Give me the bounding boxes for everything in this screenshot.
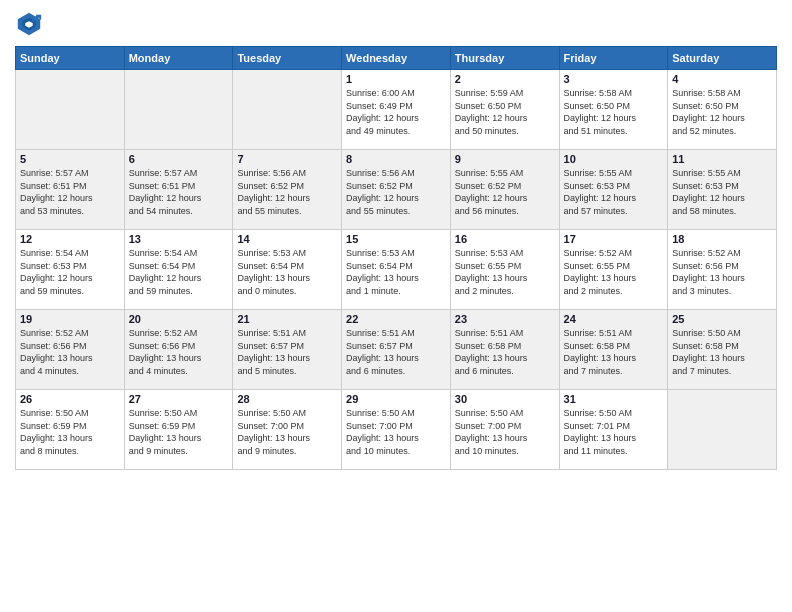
col-friday: Friday	[559, 47, 668, 70]
day-number: 13	[129, 233, 229, 245]
col-monday: Monday	[124, 47, 233, 70]
day-info: Sunrise: 5:57 AM Sunset: 6:51 PM Dayligh…	[129, 167, 229, 217]
day-info: Sunrise: 5:50 AM Sunset: 7:00 PM Dayligh…	[237, 407, 337, 457]
col-wednesday: Wednesday	[342, 47, 451, 70]
day-number: 17	[564, 233, 664, 245]
day-number: 2	[455, 73, 555, 85]
page: Sunday Monday Tuesday Wednesday Thursday…	[0, 0, 792, 612]
day-info: Sunrise: 5:51 AM Sunset: 6:57 PM Dayligh…	[237, 327, 337, 377]
day-info: Sunrise: 5:52 AM Sunset: 6:56 PM Dayligh…	[129, 327, 229, 377]
day-info: Sunrise: 5:53 AM Sunset: 6:54 PM Dayligh…	[237, 247, 337, 297]
day-info: Sunrise: 5:52 AM Sunset: 6:56 PM Dayligh…	[20, 327, 120, 377]
day-info: Sunrise: 5:57 AM Sunset: 6:51 PM Dayligh…	[20, 167, 120, 217]
calendar-row-2: 5Sunrise: 5:57 AM Sunset: 6:51 PM Daylig…	[16, 150, 777, 230]
day-info: Sunrise: 5:50 AM Sunset: 7:01 PM Dayligh…	[564, 407, 664, 457]
calendar-cell: 1Sunrise: 6:00 AM Sunset: 6:49 PM Daylig…	[342, 70, 451, 150]
logo-icon	[15, 10, 43, 38]
calendar-header: Sunday Monday Tuesday Wednesday Thursday…	[16, 47, 777, 70]
day-number: 28	[237, 393, 337, 405]
day-info: Sunrise: 5:56 AM Sunset: 6:52 PM Dayligh…	[237, 167, 337, 217]
day-info: Sunrise: 5:50 AM Sunset: 7:00 PM Dayligh…	[346, 407, 446, 457]
day-info: Sunrise: 5:51 AM Sunset: 6:57 PM Dayligh…	[346, 327, 446, 377]
calendar-cell: 22Sunrise: 5:51 AM Sunset: 6:57 PM Dayli…	[342, 310, 451, 390]
day-info: Sunrise: 5:51 AM Sunset: 6:58 PM Dayligh…	[455, 327, 555, 377]
calendar-cell	[124, 70, 233, 150]
calendar-row-4: 19Sunrise: 5:52 AM Sunset: 6:56 PM Dayli…	[16, 310, 777, 390]
day-info: Sunrise: 6:00 AM Sunset: 6:49 PM Dayligh…	[346, 87, 446, 137]
header-row: Sunday Monday Tuesday Wednesday Thursday…	[16, 47, 777, 70]
day-number: 19	[20, 313, 120, 325]
day-number: 27	[129, 393, 229, 405]
day-number: 20	[129, 313, 229, 325]
day-number: 6	[129, 153, 229, 165]
day-number: 1	[346, 73, 446, 85]
day-number: 25	[672, 313, 772, 325]
calendar-cell: 31Sunrise: 5:50 AM Sunset: 7:01 PM Dayli…	[559, 390, 668, 470]
calendar-cell: 11Sunrise: 5:55 AM Sunset: 6:53 PM Dayli…	[668, 150, 777, 230]
col-thursday: Thursday	[450, 47, 559, 70]
day-info: Sunrise: 5:52 AM Sunset: 6:56 PM Dayligh…	[672, 247, 772, 297]
day-number: 26	[20, 393, 120, 405]
calendar-cell: 10Sunrise: 5:55 AM Sunset: 6:53 PM Dayli…	[559, 150, 668, 230]
day-number: 29	[346, 393, 446, 405]
calendar-table: Sunday Monday Tuesday Wednesday Thursday…	[15, 46, 777, 470]
calendar-cell: 23Sunrise: 5:51 AM Sunset: 6:58 PM Dayli…	[450, 310, 559, 390]
day-number: 14	[237, 233, 337, 245]
calendar-cell: 7Sunrise: 5:56 AM Sunset: 6:52 PM Daylig…	[233, 150, 342, 230]
calendar-cell: 16Sunrise: 5:53 AM Sunset: 6:55 PM Dayli…	[450, 230, 559, 310]
day-number: 30	[455, 393, 555, 405]
calendar-cell: 13Sunrise: 5:54 AM Sunset: 6:54 PM Dayli…	[124, 230, 233, 310]
day-number: 22	[346, 313, 446, 325]
calendar-cell: 15Sunrise: 5:53 AM Sunset: 6:54 PM Dayli…	[342, 230, 451, 310]
day-number: 16	[455, 233, 555, 245]
day-number: 3	[564, 73, 664, 85]
day-number: 15	[346, 233, 446, 245]
day-number: 21	[237, 313, 337, 325]
calendar-cell: 5Sunrise: 5:57 AM Sunset: 6:51 PM Daylig…	[16, 150, 125, 230]
calendar-cell: 20Sunrise: 5:52 AM Sunset: 6:56 PM Dayli…	[124, 310, 233, 390]
calendar-cell: 29Sunrise: 5:50 AM Sunset: 7:00 PM Dayli…	[342, 390, 451, 470]
day-info: Sunrise: 5:56 AM Sunset: 6:52 PM Dayligh…	[346, 167, 446, 217]
calendar-cell: 19Sunrise: 5:52 AM Sunset: 6:56 PM Dayli…	[16, 310, 125, 390]
calendar-cell: 2Sunrise: 5:59 AM Sunset: 6:50 PM Daylig…	[450, 70, 559, 150]
day-number: 24	[564, 313, 664, 325]
calendar-cell	[668, 390, 777, 470]
calendar-cell: 4Sunrise: 5:58 AM Sunset: 6:50 PM Daylig…	[668, 70, 777, 150]
day-info: Sunrise: 5:50 AM Sunset: 6:59 PM Dayligh…	[129, 407, 229, 457]
calendar-row-1: 1Sunrise: 6:00 AM Sunset: 6:49 PM Daylig…	[16, 70, 777, 150]
day-number: 9	[455, 153, 555, 165]
header	[15, 10, 777, 38]
calendar-cell: 6Sunrise: 5:57 AM Sunset: 6:51 PM Daylig…	[124, 150, 233, 230]
day-info: Sunrise: 5:55 AM Sunset: 6:53 PM Dayligh…	[564, 167, 664, 217]
calendar-row-3: 12Sunrise: 5:54 AM Sunset: 6:53 PM Dayli…	[16, 230, 777, 310]
day-info: Sunrise: 5:50 AM Sunset: 6:58 PM Dayligh…	[672, 327, 772, 377]
calendar-cell: 30Sunrise: 5:50 AM Sunset: 7:00 PM Dayli…	[450, 390, 559, 470]
day-info: Sunrise: 5:50 AM Sunset: 7:00 PM Dayligh…	[455, 407, 555, 457]
day-info: Sunrise: 5:59 AM Sunset: 6:50 PM Dayligh…	[455, 87, 555, 137]
calendar-cell: 9Sunrise: 5:55 AM Sunset: 6:52 PM Daylig…	[450, 150, 559, 230]
calendar-cell: 17Sunrise: 5:52 AM Sunset: 6:55 PM Dayli…	[559, 230, 668, 310]
calendar-cell	[16, 70, 125, 150]
calendar-cell: 21Sunrise: 5:51 AM Sunset: 6:57 PM Dayli…	[233, 310, 342, 390]
day-number: 10	[564, 153, 664, 165]
day-info: Sunrise: 5:55 AM Sunset: 6:52 PM Dayligh…	[455, 167, 555, 217]
col-tuesday: Tuesday	[233, 47, 342, 70]
calendar-cell: 25Sunrise: 5:50 AM Sunset: 6:58 PM Dayli…	[668, 310, 777, 390]
day-number: 11	[672, 153, 772, 165]
day-number: 12	[20, 233, 120, 245]
calendar-cell: 28Sunrise: 5:50 AM Sunset: 7:00 PM Dayli…	[233, 390, 342, 470]
day-info: Sunrise: 5:54 AM Sunset: 6:53 PM Dayligh…	[20, 247, 120, 297]
col-sunday: Sunday	[16, 47, 125, 70]
day-info: Sunrise: 5:50 AM Sunset: 6:59 PM Dayligh…	[20, 407, 120, 457]
day-info: Sunrise: 5:58 AM Sunset: 6:50 PM Dayligh…	[564, 87, 664, 137]
day-number: 23	[455, 313, 555, 325]
day-number: 4	[672, 73, 772, 85]
calendar-cell: 26Sunrise: 5:50 AM Sunset: 6:59 PM Dayli…	[16, 390, 125, 470]
calendar-row-5: 26Sunrise: 5:50 AM Sunset: 6:59 PM Dayli…	[16, 390, 777, 470]
day-info: Sunrise: 5:51 AM Sunset: 6:58 PM Dayligh…	[564, 327, 664, 377]
calendar-cell: 3Sunrise: 5:58 AM Sunset: 6:50 PM Daylig…	[559, 70, 668, 150]
calendar-body: 1Sunrise: 6:00 AM Sunset: 6:49 PM Daylig…	[16, 70, 777, 470]
day-info: Sunrise: 5:52 AM Sunset: 6:55 PM Dayligh…	[564, 247, 664, 297]
calendar-cell: 8Sunrise: 5:56 AM Sunset: 6:52 PM Daylig…	[342, 150, 451, 230]
day-info: Sunrise: 5:53 AM Sunset: 6:55 PM Dayligh…	[455, 247, 555, 297]
